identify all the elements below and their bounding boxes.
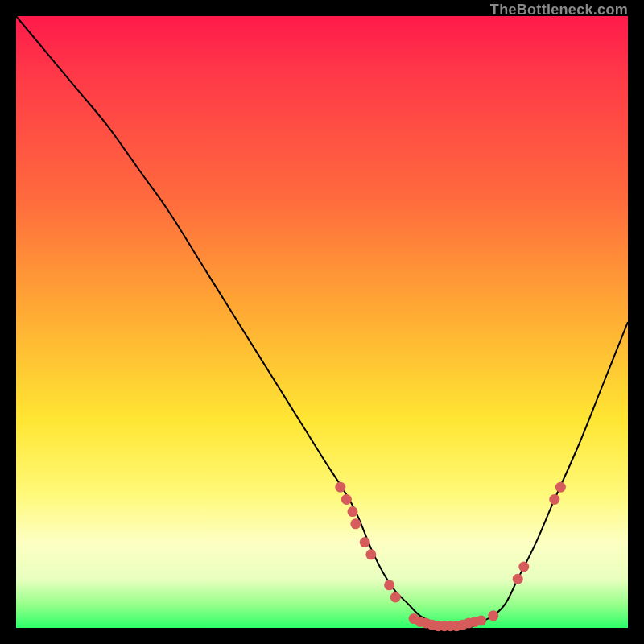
data-marker [335,482,345,493]
data-marker [555,482,566,493]
data-marker [360,537,370,547]
bottleneck-curve [16,16,628,629]
data-marker [476,615,486,625]
data-marker [348,506,358,517]
data-marker [390,592,401,603]
data-marker [513,574,523,584]
data-marker [488,610,498,621]
data-marker [518,562,529,572]
data-marker [384,580,394,590]
data-marker [549,494,559,505]
data-markers [335,482,566,632]
bottleneck-chart [16,16,628,628]
data-marker [350,518,361,529]
data-marker [365,549,376,559]
data-marker [341,494,352,505]
